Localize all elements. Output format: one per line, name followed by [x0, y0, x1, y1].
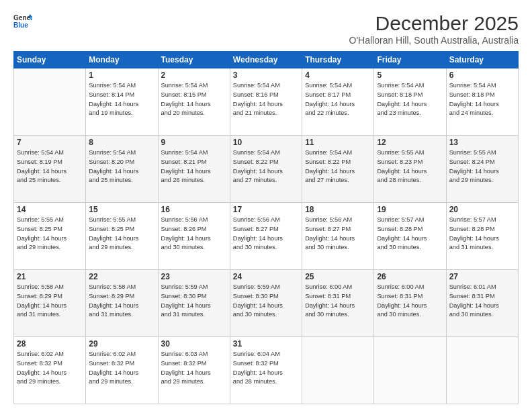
- day-info: Sunrise: 6:03 AMSunset: 8:32 PMDaylight:…: [161, 350, 227, 387]
- day-info: Sunrise: 6:04 AMSunset: 8:32 PMDaylight:…: [233, 350, 299, 387]
- svg-text:Blue: Blue: [13, 21, 28, 29]
- day-info: Sunrise: 5:54 AMSunset: 8:18 PMDaylight:…: [449, 81, 515, 118]
- day-info: Sunrise: 5:58 AMSunset: 8:29 PMDaylight:…: [17, 283, 83, 320]
- header-thursday: Thursday: [302, 52, 374, 68]
- day-number: 9: [161, 138, 227, 147]
- table-row: 12Sunrise: 5:55 AMSunset: 8:23 PMDayligh…: [374, 136, 446, 203]
- day-info: Sunrise: 5:55 AMSunset: 8:23 PMDaylight:…: [377, 148, 443, 185]
- day-info: Sunrise: 5:54 AMSunset: 8:17 PMDaylight:…: [305, 81, 371, 118]
- day-info: Sunrise: 5:55 AMSunset: 8:25 PMDaylight:…: [17, 216, 83, 253]
- table-row: 4Sunrise: 5:54 AMSunset: 8:17 PMDaylight…: [302, 68, 374, 136]
- day-info: Sunrise: 5:54 AMSunset: 8:15 PMDaylight:…: [161, 81, 227, 118]
- day-info: Sunrise: 6:01 AMSunset: 8:31 PMDaylight:…: [449, 283, 515, 320]
- table-row: 30Sunrise: 6:03 AMSunset: 8:32 PMDayligh…: [158, 337, 230, 404]
- table-row: 10Sunrise: 5:54 AMSunset: 8:22 PMDayligh…: [230, 136, 302, 203]
- day-info: Sunrise: 5:55 AMSunset: 8:25 PMDaylight:…: [89, 216, 154, 253]
- table-row: [446, 337, 518, 404]
- calendar: Sunday Monday Tuesday Wednesday Thursday…: [13, 51, 519, 404]
- day-number: 28: [17, 339, 83, 349]
- day-number: 1: [89, 71, 154, 80]
- header-sunday: Sunday: [14, 52, 86, 68]
- day-number: 19: [377, 205, 443, 214]
- day-number: 26: [377, 272, 443, 281]
- day-info: Sunrise: 5:54 AMSunset: 8:22 PMDaylight:…: [233, 148, 299, 185]
- week-row-2: 7Sunrise: 5:54 AMSunset: 8:19 PMDaylight…: [14, 136, 519, 203]
- table-row: 23Sunrise: 5:59 AMSunset: 8:30 PMDayligh…: [158, 270, 230, 337]
- table-row: 5Sunrise: 5:54 AMSunset: 8:18 PMDaylight…: [374, 68, 446, 136]
- table-row: 7Sunrise: 5:54 AMSunset: 8:19 PMDaylight…: [14, 136, 86, 203]
- day-number: 15: [89, 205, 154, 214]
- day-number: 23: [161, 272, 227, 281]
- header-monday: Monday: [86, 52, 158, 68]
- header-saturday: Saturday: [446, 52, 518, 68]
- day-info: Sunrise: 5:56 AMSunset: 8:26 PMDaylight:…: [161, 216, 227, 253]
- header-wednesday: Wednesday: [230, 52, 302, 68]
- header-tuesday: Tuesday: [158, 52, 230, 68]
- day-number: 6: [449, 71, 515, 80]
- day-number: 24: [233, 272, 299, 281]
- title-block: December 2025 O'Halloran Hill, South Aus…: [349, 12, 519, 46]
- day-info: Sunrise: 5:54 AMSunset: 8:22 PMDaylight:…: [305, 148, 371, 185]
- table-row: 27Sunrise: 6:01 AMSunset: 8:31 PMDayligh…: [446, 270, 518, 337]
- day-info: Sunrise: 5:57 AMSunset: 8:28 PMDaylight:…: [449, 216, 515, 253]
- day-info: Sunrise: 5:54 AMSunset: 8:14 PMDaylight:…: [89, 81, 154, 118]
- day-info: Sunrise: 5:58 AMSunset: 8:29 PMDaylight:…: [89, 283, 154, 320]
- day-number: 21: [17, 272, 83, 281]
- day-info: Sunrise: 5:54 AMSunset: 8:16 PMDaylight:…: [233, 81, 299, 118]
- table-row: 9Sunrise: 5:54 AMSunset: 8:21 PMDaylight…: [158, 136, 230, 203]
- day-number: 25: [305, 272, 371, 281]
- page: General Blue December 2025 O'Halloran Hi…: [0, 0, 532, 411]
- table-row: 18Sunrise: 5:56 AMSunset: 8:27 PMDayligh…: [302, 203, 374, 270]
- table-row: 24Sunrise: 5:59 AMSunset: 8:30 PMDayligh…: [230, 270, 302, 337]
- day-number: 14: [17, 205, 83, 214]
- day-info: Sunrise: 5:54 AMSunset: 8:21 PMDaylight:…: [161, 148, 227, 185]
- table-row: 3Sunrise: 5:54 AMSunset: 8:16 PMDaylight…: [230, 68, 302, 136]
- day-info: Sunrise: 5:54 AMSunset: 8:19 PMDaylight:…: [17, 148, 83, 185]
- day-number: 11: [305, 138, 371, 147]
- table-row: 20Sunrise: 5:57 AMSunset: 8:28 PMDayligh…: [446, 203, 518, 270]
- table-row: 28Sunrise: 6:02 AMSunset: 8:32 PMDayligh…: [14, 337, 86, 404]
- day-number: 16: [161, 205, 227, 214]
- table-row: 16Sunrise: 5:56 AMSunset: 8:26 PMDayligh…: [158, 203, 230, 270]
- table-row: 22Sunrise: 5:58 AMSunset: 8:29 PMDayligh…: [86, 270, 158, 337]
- logo-icon: General Blue: [13, 12, 32, 31]
- day-number: 31: [233, 339, 299, 349]
- table-row: 19Sunrise: 5:57 AMSunset: 8:28 PMDayligh…: [374, 203, 446, 270]
- day-info: Sunrise: 5:55 AMSunset: 8:24 PMDaylight:…: [449, 148, 515, 185]
- day-number: 7: [17, 138, 83, 147]
- day-info: Sunrise: 6:00 AMSunset: 8:31 PMDaylight:…: [377, 283, 443, 320]
- day-number: 8: [89, 138, 154, 147]
- subtitle: O'Halloran Hill, South Australia, Austra…: [349, 35, 519, 46]
- day-info: Sunrise: 5:54 AMSunset: 8:18 PMDaylight:…: [377, 81, 443, 118]
- day-number: 4: [305, 71, 371, 80]
- logo: General Blue: [13, 12, 32, 31]
- day-info: Sunrise: 6:02 AMSunset: 8:32 PMDaylight:…: [17, 350, 83, 387]
- header: General Blue December 2025 O'Halloran Hi…: [13, 12, 519, 46]
- table-row: [14, 68, 86, 136]
- table-row: [302, 337, 374, 404]
- day-number: 2: [161, 71, 227, 80]
- day-number: 17: [233, 205, 299, 214]
- table-row: 14Sunrise: 5:55 AMSunset: 8:25 PMDayligh…: [14, 203, 86, 270]
- week-row-4: 21Sunrise: 5:58 AMSunset: 8:29 PMDayligh…: [14, 270, 519, 337]
- day-number: 22: [89, 272, 154, 281]
- day-number: 27: [449, 272, 515, 281]
- table-row: 31Sunrise: 6:04 AMSunset: 8:32 PMDayligh…: [230, 337, 302, 404]
- day-number: 30: [161, 339, 227, 349]
- week-row-3: 14Sunrise: 5:55 AMSunset: 8:25 PMDayligh…: [14, 203, 519, 270]
- day-number: 29: [89, 339, 154, 349]
- day-info: Sunrise: 5:57 AMSunset: 8:28 PMDaylight:…: [377, 216, 443, 253]
- table-row: 26Sunrise: 6:00 AMSunset: 8:31 PMDayligh…: [374, 270, 446, 337]
- day-number: 12: [377, 138, 443, 147]
- day-info: Sunrise: 5:56 AMSunset: 8:27 PMDaylight:…: [233, 216, 299, 253]
- table-row: 11Sunrise: 5:54 AMSunset: 8:22 PMDayligh…: [302, 136, 374, 203]
- day-number: 20: [449, 205, 515, 214]
- day-info: Sunrise: 5:54 AMSunset: 8:20 PMDaylight:…: [89, 148, 154, 185]
- day-number: 5: [377, 71, 443, 80]
- table-row: 6Sunrise: 5:54 AMSunset: 8:18 PMDaylight…: [446, 68, 518, 136]
- table-row: 17Sunrise: 5:56 AMSunset: 8:27 PMDayligh…: [230, 203, 302, 270]
- day-number: 10: [233, 138, 299, 147]
- day-number: 13: [449, 138, 515, 147]
- table-row: 8Sunrise: 5:54 AMSunset: 8:20 PMDaylight…: [86, 136, 158, 203]
- day-info: Sunrise: 5:59 AMSunset: 8:30 PMDaylight:…: [161, 283, 227, 320]
